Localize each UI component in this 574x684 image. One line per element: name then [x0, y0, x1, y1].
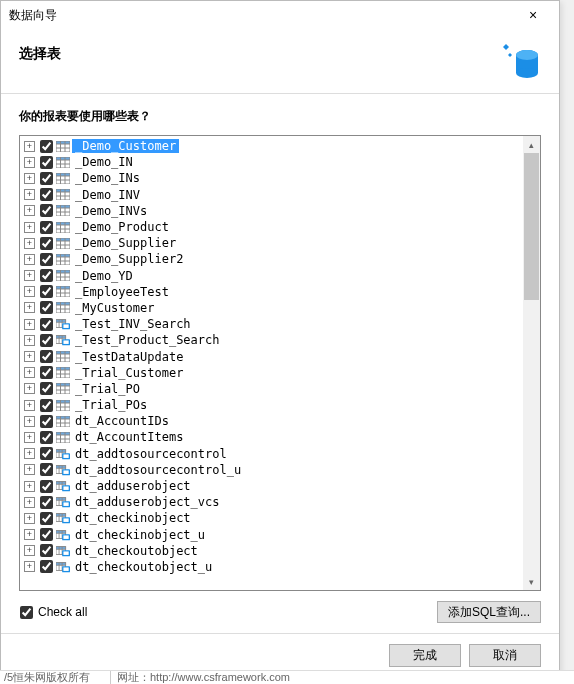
table-row[interactable]: +_Test_INV_Search: [22, 316, 521, 332]
table-checkbox[interactable]: [40, 156, 53, 169]
table-label[interactable]: _Trial_POs: [72, 398, 150, 412]
table-checkbox[interactable]: [40, 188, 53, 201]
table-row[interactable]: +_EmployeeTest: [22, 284, 521, 300]
table-checkbox[interactable]: [40, 399, 53, 412]
finish-button[interactable]: 完成: [389, 644, 461, 667]
expander-icon[interactable]: +: [24, 497, 35, 508]
table-label[interactable]: _Test_INV_Search: [72, 317, 194, 331]
table-row[interactable]: +_Trial_POs: [22, 397, 521, 413]
table-row[interactable]: +_Test_Product_Search: [22, 332, 521, 348]
table-row[interactable]: +_Demo_YD: [22, 268, 521, 284]
expander-icon[interactable]: +: [24, 189, 35, 200]
table-row[interactable]: +dt_checkinobject: [22, 510, 521, 526]
table-row[interactable]: +_Demo_INVs: [22, 203, 521, 219]
table-row[interactable]: +dt_addtosourcecontrol_u: [22, 462, 521, 478]
table-label[interactable]: _Demo_Customer: [72, 139, 179, 153]
table-row[interactable]: +_Demo_Supplier2: [22, 251, 521, 267]
expander-icon[interactable]: +: [24, 319, 35, 330]
expander-icon[interactable]: +: [24, 367, 35, 378]
table-label[interactable]: _Demo_Supplier: [72, 236, 179, 250]
table-row[interactable]: +dt_adduserobject_vcs: [22, 494, 521, 510]
table-checkbox[interactable]: [40, 221, 53, 234]
table-checkbox[interactable]: [40, 366, 53, 379]
expander-icon[interactable]: +: [24, 157, 35, 168]
table-row[interactable]: +_Demo_Customer: [22, 138, 521, 154]
table-row[interactable]: +dt_checkoutobject: [22, 543, 521, 559]
expander-icon[interactable]: +: [24, 286, 35, 297]
table-checkbox[interactable]: [40, 560, 53, 573]
table-checkbox[interactable]: [40, 318, 53, 331]
table-checkbox[interactable]: [40, 237, 53, 250]
table-label[interactable]: dt_checkoutobject_u: [72, 560, 215, 574]
expander-icon[interactable]: +: [24, 481, 35, 492]
table-checkbox[interactable]: [40, 204, 53, 217]
table-row[interactable]: +_MyCustomer: [22, 300, 521, 316]
table-row[interactable]: +_Trial_PO: [22, 381, 521, 397]
table-checkbox[interactable]: [40, 528, 53, 541]
cancel-button[interactable]: 取消: [469, 644, 541, 667]
table-label[interactable]: dt_checkinobject_u: [72, 528, 208, 542]
expander-icon[interactable]: +: [24, 205, 35, 216]
scrollbar-thumb[interactable]: [524, 153, 539, 300]
table-row[interactable]: +dt_adduserobject: [22, 478, 521, 494]
table-row[interactable]: +dt_AccountIDs: [22, 413, 521, 429]
scroll-down-icon[interactable]: ▾: [523, 573, 540, 590]
add-sql-button[interactable]: 添加SQL查询...: [437, 601, 541, 623]
table-row[interactable]: +dt_addtosourcecontrol: [22, 446, 521, 462]
expander-icon[interactable]: +: [24, 400, 35, 411]
table-row[interactable]: +_TestDataUpdate: [22, 348, 521, 364]
table-label[interactable]: dt_addtosourcecontrol_u: [72, 463, 244, 477]
table-checkbox[interactable]: [40, 382, 53, 395]
table-label[interactable]: dt_adduserobject_vcs: [72, 495, 223, 509]
table-row[interactable]: +_Demo_Supplier: [22, 235, 521, 251]
table-checkbox[interactable]: [40, 253, 53, 266]
table-label[interactable]: _Trial_Customer: [72, 366, 186, 380]
table-checkbox[interactable]: [40, 544, 53, 557]
table-checkbox[interactable]: [40, 496, 53, 509]
scrollbar-track[interactable]: [523, 153, 540, 573]
table-label[interactable]: _Demo_Product: [72, 220, 172, 234]
table-checkbox[interactable]: [40, 463, 53, 476]
table-checkbox[interactable]: [40, 415, 53, 428]
expander-icon[interactable]: +: [24, 513, 35, 524]
table-label[interactable]: _Trial_PO: [72, 382, 143, 396]
expander-icon[interactable]: +: [24, 464, 35, 475]
table-label[interactable]: _Demo_INVs: [72, 204, 150, 218]
table-checkbox[interactable]: [40, 269, 53, 282]
expander-icon[interactable]: +: [24, 416, 35, 427]
expander-icon[interactable]: +: [24, 351, 35, 362]
table-row[interactable]: +_Demo_Product: [22, 219, 521, 235]
table-label[interactable]: _TestDataUpdate: [72, 350, 186, 364]
table-label[interactable]: dt_AccountItems: [72, 430, 186, 444]
table-row[interactable]: +dt_checkoutobject_u: [22, 559, 521, 575]
table-label[interactable]: _Demo_IN: [72, 155, 136, 169]
close-button[interactable]: ×: [513, 3, 553, 27]
expander-icon[interactable]: +: [24, 335, 35, 346]
expander-icon[interactable]: +: [24, 173, 35, 184]
table-row[interactable]: +_Demo_INs: [22, 170, 521, 186]
table-row[interactable]: +_Trial_Customer: [22, 365, 521, 381]
expander-icon[interactable]: +: [24, 141, 35, 152]
table-checkbox[interactable]: [40, 480, 53, 493]
check-all-checkbox[interactable]: Check all: [19, 605, 87, 619]
table-label[interactable]: _MyCustomer: [72, 301, 157, 315]
expander-icon[interactable]: +: [24, 432, 35, 443]
table-label[interactable]: dt_adduserobject: [72, 479, 194, 493]
table-label[interactable]: _Demo_INV: [72, 188, 143, 202]
table-row[interactable]: +_Demo_IN: [22, 154, 521, 170]
table-checkbox[interactable]: [40, 140, 53, 153]
expander-icon[interactable]: +: [24, 254, 35, 265]
table-label[interactable]: _Demo_INs: [72, 171, 143, 185]
expander-icon[interactable]: +: [24, 529, 35, 540]
table-checkbox[interactable]: [40, 172, 53, 185]
table-checkbox[interactable]: [40, 447, 53, 460]
table-label[interactable]: dt_checkinobject: [72, 511, 194, 525]
table-row[interactable]: +dt_AccountItems: [22, 429, 521, 445]
table-checkbox[interactable]: [40, 512, 53, 525]
expander-icon[interactable]: +: [24, 222, 35, 233]
vertical-scrollbar[interactable]: ▴ ▾: [523, 136, 540, 590]
expander-icon[interactable]: +: [24, 545, 35, 556]
expander-icon[interactable]: +: [24, 561, 35, 572]
table-checkbox[interactable]: [40, 334, 53, 347]
expander-icon[interactable]: +: [24, 302, 35, 313]
